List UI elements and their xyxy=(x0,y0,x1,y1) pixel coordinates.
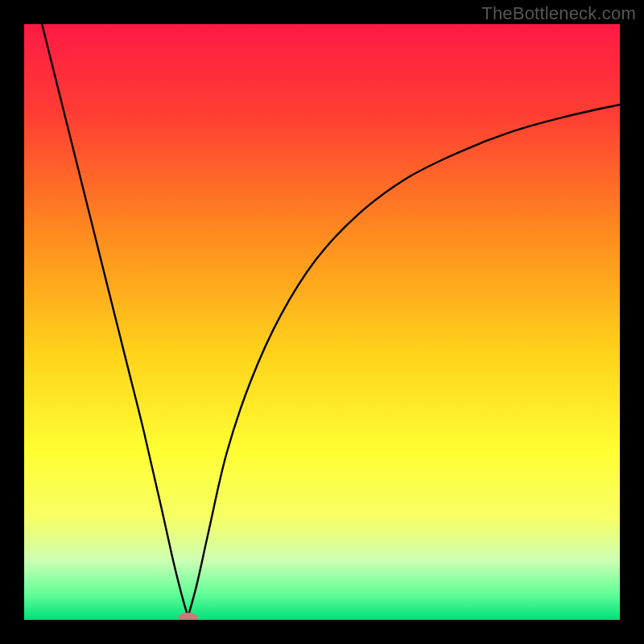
chart-frame: TheBottleneck.com xyxy=(0,0,644,644)
plot-area xyxy=(24,24,620,620)
gradient-background xyxy=(24,24,620,620)
watermark-text: TheBottleneck.com xyxy=(481,3,636,24)
chart-svg xyxy=(24,24,620,620)
